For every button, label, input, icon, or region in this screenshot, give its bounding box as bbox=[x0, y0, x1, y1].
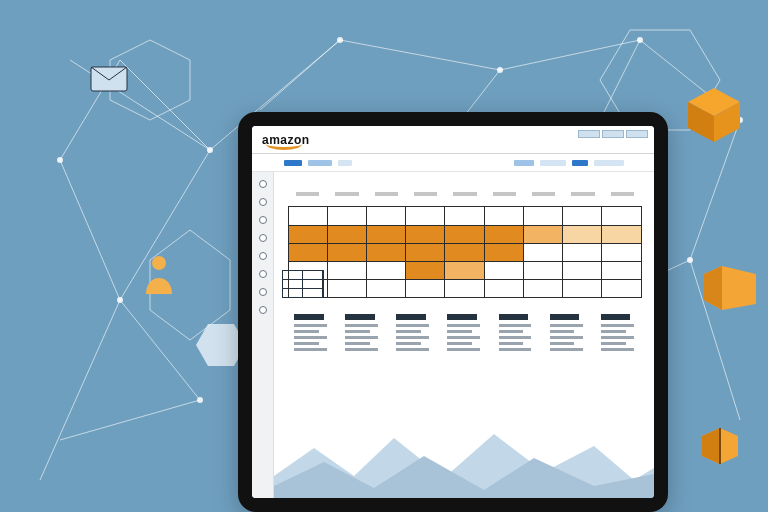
data-columns bbox=[288, 314, 642, 354]
heatmap-cell bbox=[524, 226, 563, 243]
mini-legend-table bbox=[282, 271, 324, 298]
toolbar-chip[interactable] bbox=[572, 160, 588, 166]
heatmap-cell bbox=[406, 207, 445, 225]
svg-marker-36 bbox=[702, 428, 720, 464]
heatmap-cell bbox=[328, 207, 367, 225]
toolbar-chip[interactable] bbox=[308, 160, 332, 166]
svg-point-27 bbox=[687, 257, 693, 263]
svg-line-12 bbox=[60, 160, 120, 300]
svg-point-21 bbox=[117, 297, 123, 303]
heatmap-cell bbox=[563, 226, 602, 243]
heatmap-cell bbox=[367, 280, 406, 297]
heatmap-cell bbox=[328, 280, 367, 297]
heatmap-cell bbox=[602, 244, 641, 261]
window-tabs bbox=[578, 130, 648, 138]
package-icon bbox=[694, 426, 746, 466]
rail-icon[interactable] bbox=[259, 198, 267, 206]
heatmap-cell bbox=[289, 226, 328, 243]
rail-icon[interactable] bbox=[259, 180, 267, 188]
heatmap-cell bbox=[524, 207, 563, 225]
data-column bbox=[345, 314, 386, 354]
heatmap-cell bbox=[367, 244, 406, 261]
heatmap-cell bbox=[445, 280, 484, 297]
svg-line-3 bbox=[340, 40, 500, 70]
workspace bbox=[274, 172, 654, 498]
svg-marker-34 bbox=[704, 266, 722, 310]
window-tab[interactable] bbox=[602, 130, 624, 138]
cube-icon bbox=[684, 84, 744, 144]
heatmap-cell bbox=[328, 226, 367, 243]
rail-icon[interactable] bbox=[259, 288, 267, 296]
heatmap-row bbox=[289, 225, 641, 243]
left-rail bbox=[252, 172, 274, 498]
rail-icon[interactable] bbox=[259, 306, 267, 314]
svg-point-29 bbox=[197, 397, 203, 403]
heatmap-cell bbox=[406, 244, 445, 261]
heatmap-cell bbox=[563, 244, 602, 261]
folder-icon bbox=[702, 260, 758, 310]
heatmap-cell bbox=[289, 207, 328, 225]
heatmap-cell bbox=[445, 262, 484, 279]
heatmap-cell bbox=[367, 226, 406, 243]
envelope-icon bbox=[90, 62, 128, 96]
heatmap-row bbox=[289, 207, 641, 225]
svg-line-10 bbox=[120, 60, 210, 150]
brand-bar: amazon bbox=[252, 126, 654, 154]
window-tab[interactable] bbox=[578, 130, 600, 138]
heatmap-cell bbox=[563, 262, 602, 279]
rail-icon[interactable] bbox=[259, 252, 267, 260]
heatmap-cell bbox=[485, 280, 524, 297]
heatmap-row bbox=[289, 261, 641, 279]
heatmap-cell bbox=[524, 244, 563, 261]
rail-icon[interactable] bbox=[259, 270, 267, 278]
toolbar bbox=[252, 154, 654, 172]
toolbar-chip[interactable] bbox=[284, 160, 302, 166]
brand-logo: amazon bbox=[262, 133, 310, 147]
heatmap-cell bbox=[445, 244, 484, 261]
heatmap-cell bbox=[602, 262, 641, 279]
svg-point-22 bbox=[207, 147, 213, 153]
svg-point-25 bbox=[637, 37, 643, 43]
heatmap-cell bbox=[328, 262, 367, 279]
svg-line-4 bbox=[500, 40, 640, 70]
heatmap-col-labels bbox=[288, 192, 642, 202]
heatmap-cell bbox=[602, 226, 641, 243]
person-icon bbox=[142, 254, 176, 298]
heatmap-cell bbox=[289, 244, 328, 261]
heatmap-cell bbox=[328, 244, 367, 261]
svg-point-28 bbox=[57, 157, 63, 163]
heatmap-cell bbox=[406, 226, 445, 243]
data-column bbox=[447, 314, 488, 354]
window-tab[interactable] bbox=[626, 130, 648, 138]
heatmap-cell bbox=[367, 207, 406, 225]
toolbar-chip[interactable] bbox=[540, 160, 566, 166]
data-column bbox=[294, 314, 335, 354]
heatmap-cell bbox=[485, 244, 524, 261]
svg-line-9 bbox=[60, 400, 200, 440]
toolbar-chip[interactable] bbox=[594, 160, 624, 166]
heatmap-cell bbox=[367, 262, 406, 279]
heatmap-row bbox=[289, 243, 641, 261]
heatmap-cell bbox=[563, 207, 602, 225]
heatmap-cell bbox=[524, 280, 563, 297]
toolbar-chip[interactable] bbox=[338, 160, 352, 166]
heatmap-cell bbox=[485, 207, 524, 225]
heatmap-cell bbox=[485, 226, 524, 243]
svg-point-24 bbox=[497, 67, 503, 73]
app-screen: amazon bbox=[252, 126, 654, 498]
heatmap-cell bbox=[602, 280, 641, 297]
heatmap-cell bbox=[485, 262, 524, 279]
rail-icon[interactable] bbox=[259, 234, 267, 242]
data-column bbox=[499, 314, 540, 354]
toolbar-chip[interactable] bbox=[514, 160, 534, 166]
rail-icon[interactable] bbox=[259, 216, 267, 224]
heatmap-cell bbox=[602, 207, 641, 225]
heatmap-cell bbox=[445, 207, 484, 225]
heatmap-cell bbox=[406, 280, 445, 297]
svg-point-23 bbox=[337, 37, 343, 43]
heatmap-cell bbox=[563, 280, 602, 297]
heatmap-cell bbox=[406, 262, 445, 279]
heatmap-cell bbox=[524, 262, 563, 279]
tablet-device: amazon bbox=[238, 112, 668, 512]
heatmap-cell bbox=[445, 226, 484, 243]
